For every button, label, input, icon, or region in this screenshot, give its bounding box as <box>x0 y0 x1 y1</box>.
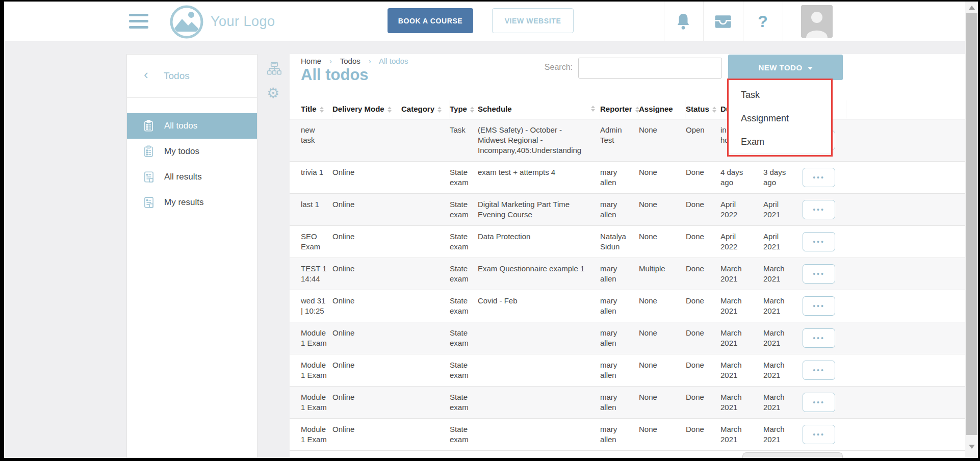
cell-title: wed 31 | 10:25 <box>290 290 332 322</box>
table-row: wed 31 | 10:25 Online State exam Covid -… <box>290 290 965 322</box>
cell-due: March 2021 <box>720 290 763 322</box>
cell-date2: April 2021 <box>763 194 795 226</box>
sidebar-item-label: All results <box>164 172 202 182</box>
col-schedule[interactable]: Schedule <box>478 99 600 119</box>
sort-icon[interactable] <box>320 107 324 113</box>
sort-icon[interactable] <box>712 107 716 113</box>
inbox-icon[interactable] <box>708 2 738 41</box>
cell-delivery: Online <box>332 194 401 226</box>
cell-category <box>401 226 450 258</box>
cell-status: Done <box>686 162 720 194</box>
cell-type: State exam <box>450 354 478 387</box>
sort-icon[interactable] <box>591 106 595 112</box>
new-todo-button[interactable]: NEW TODO <box>728 55 843 80</box>
table-header-row: Title Delivery Mode Category Type Schedu… <box>290 99 965 119</box>
cell-reporter: mary allen <box>600 419 639 451</box>
row-actions-button[interactable]: ••• <box>803 296 835 316</box>
col-title[interactable]: Title <box>290 99 332 119</box>
cell-due: March 2021 <box>720 419 763 451</box>
cell-assignee: Multiple <box>639 258 686 290</box>
logo-badge-icon[interactable] <box>170 5 203 41</box>
cell-type: State exam <box>450 290 478 322</box>
row-actions-button[interactable]: ••• <box>803 328 835 348</box>
scroll-up-arrow-icon[interactable] <box>969 6 975 10</box>
sort-icon[interactable] <box>388 107 392 113</box>
scroll-down-arrow-icon[interactable] <box>969 445 975 449</box>
chevron-left-icon: ‹ <box>144 68 148 81</box>
row-actions-button[interactable]: ••• <box>803 168 835 187</box>
todo-clipboard-icon <box>142 145 156 158</box>
cell-status: Done <box>686 387 720 419</box>
cell-category <box>401 419 450 451</box>
breadcrumb-home[interactable]: Home <box>301 57 321 65</box>
breadcrumb-todos[interactable]: Todos <box>340 57 360 65</box>
sidebar-item-my-todos[interactable]: My todos <box>127 139 257 164</box>
help-icon[interactable]: ? <box>747 2 778 41</box>
cell-title: Module 1 Exam <box>290 322 332 354</box>
sidebar-back-header[interactable]: ‹ Todos <box>127 55 257 98</box>
row-actions-button[interactable]: ••• <box>803 232 835 251</box>
horizontal-scrollbar-partial[interactable] <box>742 452 843 458</box>
table-row: last 1 Online State exam Digital Marketi… <box>290 194 965 226</box>
cell-delivery <box>332 119 401 162</box>
col-category[interactable]: Category <box>401 99 450 119</box>
dropdown-item-assignment[interactable]: Assignment <box>729 107 831 130</box>
annotation-highlight: Task Assignment Exam <box>727 79 833 157</box>
sitemap-icon[interactable] <box>267 61 282 79</box>
header-divider <box>703 2 704 41</box>
vertical-scrollbar[interactable] <box>965 2 978 458</box>
sidebar-item-all-todos[interactable]: All todos <box>127 113 257 139</box>
header-divider <box>783 2 783 41</box>
header-divider <box>664 2 664 41</box>
cell-schedule: Covid - Feb <box>478 290 600 322</box>
col-type[interactable]: Type <box>450 99 478 119</box>
header-divider <box>743 2 743 41</box>
cell-assignee: None <box>639 387 686 419</box>
sort-icon[interactable] <box>470 107 474 113</box>
dropdown-item-task[interactable]: Task <box>729 83 831 107</box>
cell-type: State exam <box>450 162 478 194</box>
todos-table-wrap: Title Delivery Mode Category Type Schedu… <box>290 99 965 451</box>
view-website-button[interactable]: VIEW WEBSITE <box>492 8 574 33</box>
search-input[interactable] <box>578 58 722 79</box>
sidebar-item-my-results[interactable]: My results <box>127 190 257 215</box>
page-title: All todos <box>301 66 369 84</box>
cell-assignee: None <box>639 419 686 451</box>
dropdown-item-exam[interactable]: Exam <box>729 130 831 153</box>
sidebar-item-all-results[interactable]: All results <box>127 164 257 190</box>
row-actions-button[interactable]: ••• <box>803 393 835 412</box>
cell-assignee: None <box>639 162 686 194</box>
cell-reporter: mary allen <box>600 162 639 194</box>
col-status[interactable]: Status <box>686 99 720 119</box>
hamburger-menu-icon[interactable] <box>129 14 148 32</box>
cell-category <box>401 119 450 162</box>
caret-down-icon <box>808 67 813 70</box>
cell-due: March 2021 <box>720 258 763 290</box>
table-row: Module 1 Exam Online State exam mary all… <box>290 354 965 387</box>
cell-status: Done <box>686 322 720 354</box>
avatar[interactable] <box>801 5 833 38</box>
cell-assignee: None <box>639 226 686 258</box>
row-actions-button[interactable]: ••• <box>803 361 835 380</box>
cell-delivery: Online <box>332 162 401 194</box>
col-assignee[interactable]: Assignee <box>639 99 686 119</box>
table-row: Module 1 Exam Online State exam mary all… <box>290 419 965 451</box>
cell-title: Module 1 Exam <box>290 419 332 451</box>
book-a-course-button[interactable]: BOOK A COURSE <box>388 8 473 33</box>
row-actions-button[interactable]: ••• <box>803 200 835 219</box>
row-actions-button[interactable]: ••• <box>803 425 835 444</box>
bell-icon[interactable] <box>668 2 699 41</box>
cell-type: State exam <box>450 322 478 354</box>
col-reporter[interactable]: Reporter <box>600 99 639 119</box>
gear-icon[interactable]: ⚙ <box>267 85 279 101</box>
cell-date2: March 2021 <box>763 419 795 451</box>
col-delivery-mode[interactable]: Delivery Mode <box>332 99 401 119</box>
scrollbar-thumb[interactable] <box>966 13 977 435</box>
cell-reporter: mary allen <box>600 258 639 290</box>
todo-clipboard-icon <box>142 119 156 133</box>
sort-icon[interactable] <box>437 107 442 113</box>
cell-schedule <box>478 387 600 419</box>
row-actions-button[interactable]: ••• <box>803 264 835 284</box>
cell-category <box>401 194 450 226</box>
cell-due: April 2022 <box>720 194 763 226</box>
